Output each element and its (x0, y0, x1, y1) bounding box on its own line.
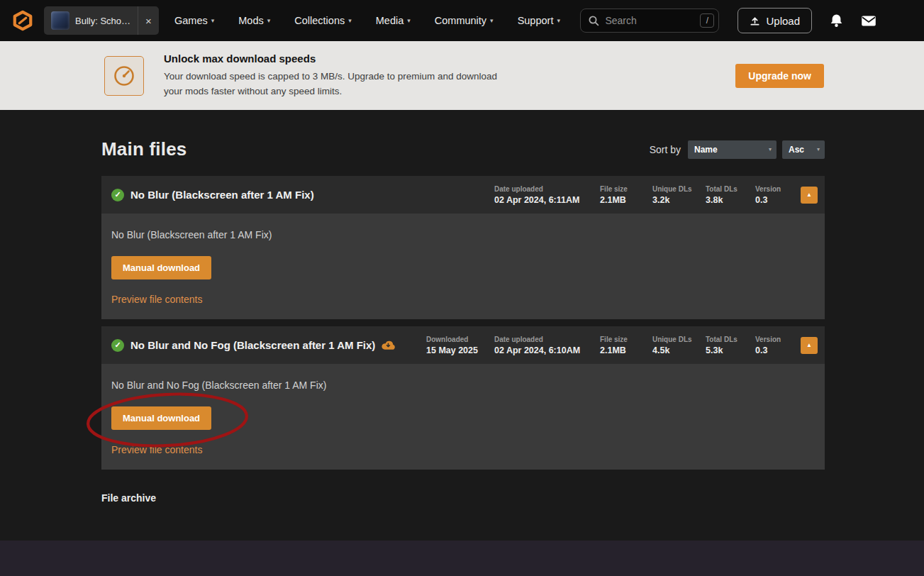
chevron-down-icon: ▾ (407, 18, 411, 24)
speedometer-icon (104, 56, 144, 96)
nexus-logo-icon (12, 10, 33, 31)
stat-value: 02 Apr 2024, 6:10AM (494, 345, 600, 355)
file-panel: No Blur (Blackscreen after 1 AM Fix) Man… (101, 214, 825, 319)
manual-download-button[interactable]: Manual download (111, 256, 211, 279)
stat-unique-dls: Unique DLs 4.5k (652, 336, 706, 355)
stat-unique-dls: Unique DLs 3.2k (652, 185, 706, 205)
search-icon (588, 15, 599, 26)
nexus-logo[interactable] (11, 9, 34, 32)
file-archive-title: File archive (101, 492, 825, 504)
nav-item-games[interactable]: Games ▾ (174, 15, 214, 26)
upload-button[interactable]: Upload (737, 8, 812, 33)
upload-button-label: Upload (766, 15, 800, 27)
stat-label: Unique DLs (652, 336, 706, 343)
nav-item-label: Media (376, 15, 404, 26)
search-shortcut-badge: / (700, 13, 714, 28)
nav-item-community[interactable]: Community ▾ (435, 15, 494, 26)
nav-item-label: Mods (238, 15, 263, 26)
stat-label: Version (755, 185, 791, 193)
upgrade-now-button[interactable]: Upgrade now (735, 64, 824, 88)
check-circle-icon: ✓ (111, 339, 124, 352)
chevron-down-icon: ▾ (211, 18, 215, 24)
file-stats: Date uploaded 02 Apr 2024, 6:11AM File s… (494, 185, 791, 205)
caret-up-icon: ▲ (806, 192, 812, 198)
stat-label: Version (755, 336, 791, 343)
game-tab[interactable]: Bully: Scho… × (44, 6, 159, 35)
banner-description: Your download speed is capped to 3 MB/s.… (164, 69, 497, 99)
upload-icon (750, 16, 760, 26)
content-header: Main files Sort by Name ▾ Asc ▾ (101, 138, 825, 160)
game-tab-main[interactable]: Bully: Scho… (44, 11, 138, 30)
nav-item-media[interactable]: Media ▾ (376, 15, 411, 26)
game-thumbnail (51, 11, 69, 30)
stat-date-uploaded: Date uploaded 02 Apr 2024, 6:11AM (494, 185, 600, 205)
notifications-button[interactable] (828, 12, 845, 29)
banner-description-line2: your mods faster without any speed limit… (164, 86, 342, 96)
stat-value: 2.1MB (600, 345, 652, 355)
stat-label: Total DLs (706, 185, 755, 193)
nav-item-support[interactable]: Support ▾ (518, 15, 560, 26)
stat-value: 02 Apr 2024, 6:11AM (494, 195, 600, 205)
nav-item-label: Community (435, 15, 486, 26)
stat-value: 15 May 2025 (426, 345, 494, 355)
stat-version: Version 0.3 (755, 185, 791, 205)
stat-label: Date uploaded (494, 336, 600, 343)
file-description: No Blur (Blackscreen after 1 AM Fix) (111, 229, 815, 240)
sort-by-label: Sort by (650, 144, 681, 155)
stat-file-size: File size 2.1MB (600, 336, 652, 355)
stat-downloaded: Downloaded 15 May 2025 (426, 336, 494, 355)
stat-label: File size (600, 336, 652, 343)
stat-label: Unique DLs (652, 185, 706, 193)
file-list: ✓ No Blur (Blackscreen after 1 AM Fix) D… (101, 176, 825, 470)
stat-label: Date uploaded (494, 185, 600, 193)
stat-value: 0.3 (755, 195, 791, 205)
stat-value: 3.8k (706, 195, 755, 205)
chevron-down-icon: ▾ (490, 18, 494, 24)
stat-label: Downloaded (426, 336, 494, 343)
chevron-down-icon: ▾ (557, 18, 560, 24)
nav-item-mods[interactable]: Mods ▾ (238, 15, 270, 26)
collapse-toggle-button[interactable]: ▲ (801, 337, 818, 354)
preview-file-contents-link[interactable]: Preview file contents (111, 444, 815, 455)
chevron-down-icon: ▾ (769, 147, 772, 153)
sort-field-select[interactable]: Name ▾ (688, 140, 777, 159)
nav-item-collections[interactable]: Collections ▾ (294, 15, 351, 26)
stat-file-size: File size 2.1MB (600, 185, 652, 205)
collapse-toggle-button[interactable]: ▲ (801, 187, 818, 204)
mail-icon (861, 15, 876, 27)
search-box[interactable]: / (580, 9, 719, 33)
file-row-header[interactable]: ✓ No Blur and No Fog (Blackscreen after … (101, 326, 825, 364)
stat-total-dls: Total DLs 3.8k (706, 185, 755, 205)
sort-direction-value: Asc (789, 145, 804, 155)
chevron-down-icon: ▾ (348, 18, 352, 24)
main-nav: Games ▾ Mods ▾ Collections ▾ Media ▾ Com… (174, 15, 560, 26)
file-name: No Blur and No Fog (Blackscreen after 1 … (130, 339, 375, 351)
user-avatar[interactable] (890, 9, 913, 32)
manual-download-button[interactable]: Manual download (111, 406, 211, 430)
file-panel: No Blur and No Fog (Blackscreen after 1 … (101, 364, 825, 470)
caret-up-icon: ▲ (806, 342, 812, 348)
stat-version: Version 0.3 (755, 336, 791, 355)
banner-title: Unlock max download speeds (164, 52, 497, 65)
file-name: No Blur (Blackscreen after 1 AM Fix) (130, 189, 314, 201)
premium-banner: Unlock max download speeds Your download… (0, 41, 924, 110)
banner-text: Unlock max download speeds Your download… (164, 52, 497, 99)
messages-button[interactable] (860, 12, 877, 29)
search-input[interactable] (605, 15, 694, 26)
game-tab-label: Bully: Scho… (75, 16, 130, 26)
file-row-header[interactable]: ✓ No Blur (Blackscreen after 1 AM Fix) D… (101, 176, 825, 214)
tab-close-icon[interactable]: × (138, 6, 159, 35)
check-circle-icon: ✓ (111, 189, 124, 201)
footer-strip (0, 541, 924, 576)
nav-item-label: Games (174, 15, 208, 26)
stat-total-dls: Total DLs 5.3k (706, 336, 755, 355)
stat-value: 5.3k (706, 345, 755, 355)
stat-date-uploaded: Date uploaded 02 Apr 2024, 6:10AM (494, 336, 600, 355)
page-title: Main files (101, 138, 187, 160)
sort-field-value: Name (694, 145, 718, 155)
sort-direction-select[interactable]: Asc ▾ (782, 140, 825, 159)
stat-value: 3.2k (652, 195, 706, 205)
row-gap (101, 319, 825, 326)
stat-value: 2.1MB (600, 195, 652, 205)
preview-file-contents-link[interactable]: Preview file contents (111, 294, 815, 305)
